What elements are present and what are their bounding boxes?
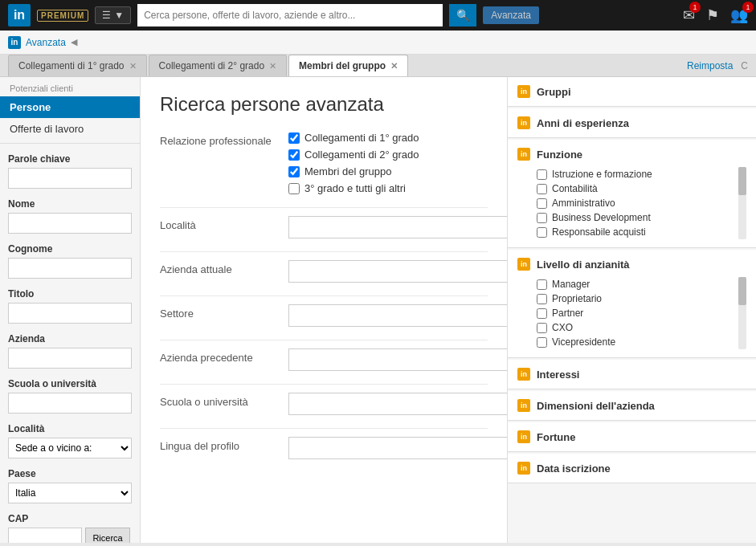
nome-input[interactable]: [8, 213, 132, 234]
rp-checkbox-item[interactable]: Manager: [537, 277, 734, 291]
rp-section-fortune: in Fortune: [508, 422, 756, 452]
cb-bizdev[interactable]: [537, 213, 547, 223]
sidebar-fields: Parole chiave Nome Cognome Titolo Aziend…: [0, 147, 140, 543]
cb-label: Contabilità: [552, 183, 598, 194]
advanced-search-button[interactable]: Avanzata: [483, 6, 539, 24]
field-label-cognome: Cognome: [8, 243, 132, 255]
rp-checkbox-item[interactable]: Vicepresidente: [537, 335, 734, 349]
breadcrumb-link[interactable]: Avanzata: [26, 37, 66, 48]
rp-checkbox-item[interactable]: CXO: [537, 320, 734, 335]
rp-checkbox-item[interactable]: Amministrativo: [537, 196, 734, 210]
sidebar-item-offerte[interactable]: Offerte di lavoro: [0, 118, 140, 140]
cb-manager[interactable]: [537, 279, 547, 290]
tab-close-1[interactable]: ✕: [129, 61, 137, 71]
scuola-text-input[interactable]: [288, 393, 507, 415]
search-input[interactable]: [137, 4, 443, 26]
titolo-input[interactable]: [8, 303, 132, 324]
tab-connections-1[interactable]: Collegamenti di 1° grado ✕: [8, 55, 147, 76]
cb-partner[interactable]: [537, 308, 547, 319]
rp-icon-dimensioni: in: [517, 399, 530, 412]
cb-collegamento1[interactable]: [288, 132, 300, 144]
field-azienda: Azienda: [8, 333, 132, 369]
rp-checkbox-item[interactable]: Partner: [537, 306, 734, 320]
rp-checkbox-item[interactable]: Contabilità: [537, 181, 734, 196]
checkbox-item[interactable]: Membri del gruppo: [288, 165, 488, 177]
rp-checkbox-item[interactable]: Responsabile acquisti: [537, 225, 734, 239]
tab-connections-2[interactable]: Collegamenti di 2° grado ✕: [149, 55, 288, 76]
sidebar-item-persone[interactable]: Persone: [0, 96, 140, 118]
checkbox-item[interactable]: 3° grado e tutti gli altri: [288, 182, 488, 194]
tabs-bar: Collegamenti di 1° grado ✕ Collegamenti …: [0, 55, 756, 77]
rp-checkbox-item[interactable]: Proprietario: [537, 291, 734, 306]
cb-membri[interactable]: [288, 166, 300, 177]
lingua-input[interactable]: [288, 437, 507, 459]
checkbox-item[interactable]: Collegamenti di 2° grado: [288, 149, 488, 161]
divider: [160, 207, 488, 208]
cb-cxo[interactable]: [537, 323, 547, 333]
cb-istruzione[interactable]: [537, 169, 547, 180]
form-field-relazione: Collegamenti di 1° grado Collegamenti di…: [288, 132, 488, 194]
checkbox-item[interactable]: Collegamenti di 1° grado: [288, 132, 488, 144]
scrollbar-thumb-funzione: [738, 167, 746, 195]
tab-label: Collegamenti di 1° grado: [18, 60, 125, 71]
localita-text-input[interactable]: [288, 216, 507, 238]
field-label-paese: Paese: [8, 468, 132, 479]
localita-select[interactable]: Sede a o vicino a:: [8, 438, 132, 458]
tab-close-2[interactable]: ✕: [269, 61, 276, 71]
divider: [160, 295, 488, 296]
tab-group-members[interactable]: Membri del gruppo ✕: [288, 55, 408, 76]
tab-label: Collegamenti di 2° grado: [159, 60, 265, 71]
cb-terzo[interactable]: [288, 183, 300, 194]
field-paese: Paese Italia: [8, 468, 132, 503]
connections-icon[interactable]: 👥 1: [730, 6, 748, 24]
breadcrumb-arrow: ◀: [71, 37, 77, 47]
close-all-button[interactable]: C: [741, 60, 748, 71]
rp-icon-anni: in: [517, 116, 530, 129]
rp-header-anni[interactable]: in Anni di esperienza: [517, 116, 746, 129]
cognome-input[interactable]: [8, 258, 132, 279]
cb-amministrativo[interactable]: [537, 198, 547, 209]
cb-label: Responsabile acquisti: [552, 226, 646, 238]
settore-input[interactable]: [288, 304, 507, 327]
field-scuola: Scuola o università: [8, 378, 132, 414]
tab-close-3[interactable]: ✕: [390, 61, 398, 71]
cb-vp[interactable]: [537, 337, 547, 348]
divider: [160, 428, 488, 429]
cap-input[interactable]: [8, 528, 82, 543]
cb-label: Amministrativo: [552, 198, 615, 209]
cb-responsabile[interactable]: [537, 227, 547, 238]
parolechiave-input[interactable]: [8, 168, 132, 189]
azienda-input[interactable]: [8, 348, 132, 369]
rp-header-fortune[interactable]: in Fortune: [517, 430, 746, 443]
messages-icon[interactable]: ✉ 1: [683, 6, 695, 24]
reset-button[interactable]: Reimposta: [680, 57, 739, 75]
cb-collegamento2[interactable]: [288, 149, 300, 161]
azienda-prec-input[interactable]: [288, 348, 507, 371]
rp-checkbox-item[interactable]: Business Development: [537, 210, 734, 225]
breadcrumb-logo: in: [8, 36, 21, 49]
menu-button[interactable]: ☰ ▼: [95, 6, 131, 24]
search-button[interactable]: 🔍: [449, 4, 476, 26]
rp-checkbox-item[interactable]: Istruzione e formazione: [537, 167, 734, 181]
rp-header-gruppi[interactable]: in Gruppi: [517, 85, 746, 98]
rp-section-funzione: in Funzione Istruzione e formazione Cont…: [508, 140, 756, 248]
rp-icon-gruppi: in: [517, 85, 530, 98]
rp-label-anzianita: Livello di anzianità: [537, 259, 630, 271]
rp-label-funzione: Funzione: [537, 149, 582, 161]
ricerca-button[interactable]: Ricerca: [85, 528, 129, 543]
rp-header-anzianita[interactable]: in Livello di anzianità: [517, 258, 746, 271]
rp-header-data-iscrizione[interactable]: in Data iscrizione: [517, 462, 746, 475]
flag-icon[interactable]: ⚑: [706, 6, 719, 24]
paese-select[interactable]: Italia: [8, 483, 132, 503]
rp-header-funzione[interactable]: in Funzione: [517, 148, 746, 161]
azienda-attuale-input[interactable]: [288, 260, 507, 283]
cb-proprietario[interactable]: [537, 294, 547, 304]
form-field-localita: [288, 216, 507, 238]
cb-contabilita[interactable]: [537, 184, 547, 194]
scuola-input[interactable]: [8, 393, 132, 414]
rp-section-anzianita: in Livello di anzianità Manager Propriet…: [508, 250, 756, 358]
rp-header-dimensioni[interactable]: in Dimensioni dell'azienda: [517, 399, 746, 412]
cb-label: Partner: [552, 308, 583, 319]
rp-header-interessi[interactable]: in Interessi: [517, 368, 746, 381]
form-field-azienda-prec: [288, 348, 507, 371]
